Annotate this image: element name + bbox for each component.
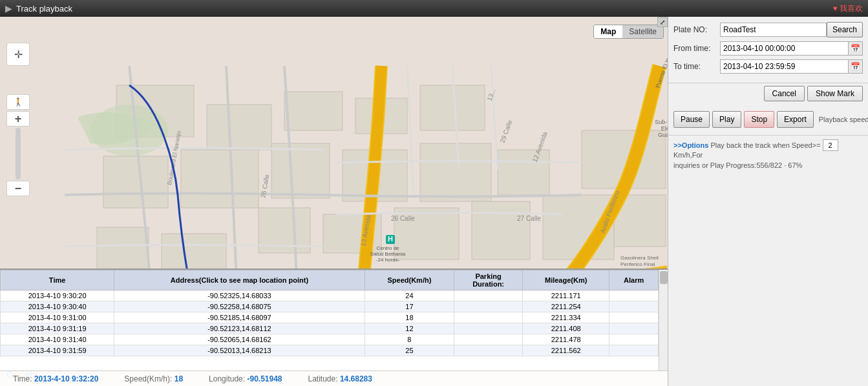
svg-text:Sub-Estacion: Sub-Estacion [655,119,668,125]
cell-alarm [609,356,659,358]
pegman-icon[interactable]: 🚶 [6,94,30,110]
svg-rect-10 [420,143,491,201]
progress-text: inquiries or Play Progress:556/822 · 67% [673,161,802,169]
speed-threshold-input[interactable] [823,139,838,151]
search-button[interactable]: Search [827,22,863,37]
cell-mileage: 2211.659 [523,356,609,358]
cell-address[interactable]: -90.52325,14.68033 [114,290,365,301]
cell-alarm [609,312,659,323]
cell-speed: 18 [365,356,454,358]
cell-parking [454,312,523,323]
svg-text:Centro de: Centro de [376,245,399,251]
table-row[interactable]: 2013-4-10 9:31:59 -90.52013,14.68213 25 … [1,345,659,356]
from-time-input[interactable] [720,41,849,56]
from-time-label: From time: [673,44,720,53]
table-row[interactable]: 2013-4-10 9:32:20 -90.51948,14.68283 18 … [1,356,659,358]
cell-address[interactable]: -90.51948,14.68283 [114,356,365,358]
svg-text:Gasolinera Shell: Gasolinera Shell [620,255,659,261]
table-row[interactable]: 2013-4-10 9:31:00 -90.52185,14.68097 18 … [1,312,659,323]
to-time-label: To time: [673,62,720,71]
map-expand-button[interactable]: ⤢ [657,17,668,27]
cell-parking [454,301,523,312]
cell-alarm [609,345,659,356]
nav-cross-icon: ✛ [14,48,23,61]
plate-label: Plate NO: [673,25,720,34]
cell-address[interactable]: -90.52013,14.68213 [114,345,365,356]
longitude-label: Longitude: [209,374,245,383]
map-button[interactable]: Map [594,25,622,38]
col-parking: ParkingDuration: [454,270,523,290]
table-scrollbar[interactable] [659,270,668,371]
cell-address[interactable]: -90.52123,14.68112 [114,323,365,334]
show-mark-button[interactable]: Show Mark [807,86,863,101]
zoom-control: 🚶 + − [6,94,30,196]
action-buttons-row: Cancel Show Mark [668,83,868,104]
cell-mileage: 2211.334 [523,312,609,323]
table-row[interactable]: 2013-4-10 9:31:19 -90.52123,14.68112 12 … [1,323,659,334]
cell-parking [454,323,523,334]
svg-rect-6 [103,156,168,208]
svg-text:H: H [388,235,393,243]
latitude-label: Latitude: [308,374,338,383]
cell-mileage: 2211.562 [523,345,609,356]
cell-alarm [609,301,659,312]
time-label: Time: [13,374,32,383]
cell-address[interactable]: -90.52065,14.68162 [114,334,365,345]
options-row: >>Options Play back the track when Speed… [668,136,868,173]
cell-address[interactable]: -90.52258,14.68075 [114,301,365,312]
to-time-calendar-icon[interactable]: 📅 [849,59,863,74]
from-time-calendar-icon[interactable]: 📅 [849,41,863,56]
col-alarm: Alarm [609,270,659,290]
cell-parking [454,334,523,345]
table-body: 2013-4-10 9:30:20 -90.52325,14.68033 24 … [1,290,659,358]
cell-time: 2013-4-10 9:32:20 [1,356,114,358]
cell-parking [454,290,523,301]
cell-time: 2013-4-10 9:30:40 [1,301,114,312]
svg-rect-2 [207,105,271,150]
main-container: Anillo Periferico Anillo Periferico 13 A… [0,17,868,386]
table-row[interactable]: 2013-4-10 9:31:40 -90.52065,14.68162 8 2… [1,334,659,345]
cell-time: 2013-4-10 9:31:40 [1,334,114,345]
map-nav-control[interactable]: ✛ [6,43,30,66]
cell-mileage: 2211.408 [523,323,609,334]
cell-address[interactable]: -90.52185,14.68097 [114,312,365,323]
speed-label: Speed(Km/h): [124,374,172,383]
zoom-in-button[interactable]: + [6,111,30,127]
stop-button[interactable]: Stop [744,111,774,128]
play-button[interactable]: Play [712,111,741,128]
plate-input[interactable] [720,23,827,37]
latitude-value: 14.68283 [340,374,372,383]
export-button[interactable]: Export [777,111,814,128]
cell-time: 2013-4-10 9:30:20 [1,290,114,301]
cell-alarm [609,323,659,334]
track-data-table: Time Address(Click to see map location p… [0,270,659,357]
col-address[interactable]: Address(Click to see map location point) [114,270,365,290]
cell-mileage: 2211.478 [523,334,609,345]
unit-text: Km/h,For [673,151,703,159]
right-panel: Plate NO: Search From time: 📅 To time: 📅… [668,17,868,386]
table-row[interactable]: 2013-4-10 9:30:20 -90.52325,14.68033 24 … [1,290,659,301]
app-title: Track playback [16,4,72,14]
cell-speed: 12 [365,323,454,334]
to-time-input[interactable] [720,59,849,74]
cell-speed: 8 [365,334,454,345]
data-table-panel: Time Address(Click to see map location p… [0,269,668,371]
zoom-out-button[interactable]: − [6,181,30,196]
plate-row: Plate NO: Search [673,22,863,37]
satellite-button[interactable]: Satellite [622,25,663,38]
svg-rect-5 [420,85,485,130]
zoom-slider-track [16,128,21,179]
cancel-button[interactable]: Cancel [764,86,805,101]
table-row[interactable]: 2013-4-10 9:30:40 -90.52258,14.68075 17 … [1,301,659,312]
map-satellite-toggle: Map Satellite [593,25,664,39]
time-value: 2013-4-10 9:32:20 [34,374,98,383]
options-link[interactable]: >>Options [673,141,708,149]
svg-text:Electrica: Electrica [661,125,668,132]
pause-button[interactable]: Pause [673,111,710,128]
svg-text:Guatemala: Guatemala [658,132,668,138]
cell-parking [454,356,523,358]
map-area: Anillo Periferico Anillo Periferico 13 A… [0,17,668,386]
cell-alarm [609,290,659,301]
col-time: Time [1,270,114,290]
svg-text:-24 horas-: -24 horas- [376,257,400,263]
